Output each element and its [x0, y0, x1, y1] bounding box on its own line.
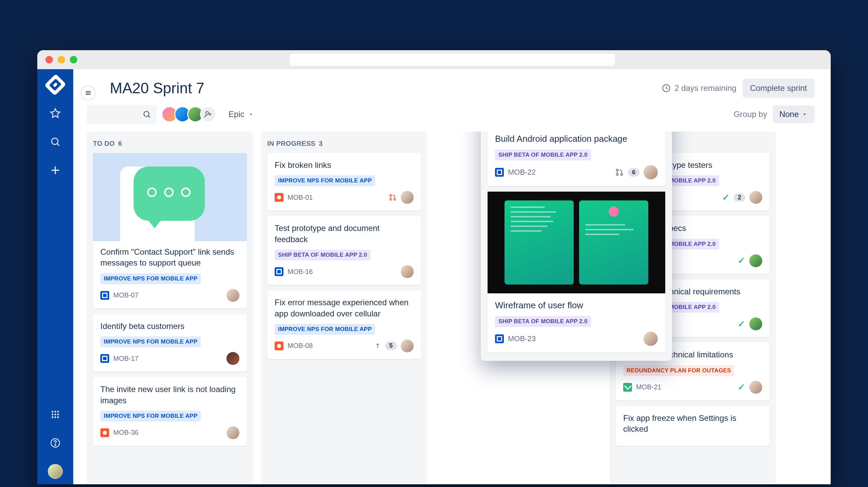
svg-point-25	[390, 195, 392, 196]
assignee-avatar[interactable]	[401, 191, 414, 204]
chevron-down-icon	[248, 111, 254, 117]
global-sidebar	[37, 69, 73, 484]
issue-card[interactable]: Test prototype and document feedback SHI…	[267, 216, 421, 285]
profile-avatar[interactable]	[48, 464, 63, 479]
mac-titlebar	[37, 50, 831, 69]
column-header: TO DO 6	[93, 140, 247, 148]
assignee-avatar[interactable]	[401, 265, 414, 278]
column-todo: TO DO 6 Confirm "Contact Support" link s…	[87, 132, 253, 484]
time-remaining: 2 days remaining	[662, 83, 736, 93]
kanban-board: TO DO 6 Confirm "Contact Support" link s…	[73, 132, 831, 484]
issue-card[interactable]: Fix broken links IMPROVE NPS FOR MOBILE …	[267, 153, 421, 211]
epic-tag[interactable]: SHIP BETA OF MOBILE APP 2.0	[495, 316, 591, 327]
pull-request-icon	[389, 193, 397, 201]
task-icon	[495, 168, 504, 177]
assignee-filter-avatars	[165, 106, 216, 122]
priority-icon	[374, 343, 381, 349]
svg-point-30	[616, 174, 618, 175]
window-controls	[45, 56, 77, 63]
assignee-avatar[interactable]	[749, 254, 762, 267]
issue-card[interactable]: Fix app freeze when Settings is clicked	[616, 406, 770, 446]
groupby-dropdown[interactable]: None	[773, 105, 814, 123]
task-icon	[100, 291, 109, 300]
issue-card[interactable]: Build Android application package SHIP B…	[488, 132, 665, 186]
task-icon	[275, 267, 283, 276]
svg-point-11	[52, 416, 53, 418]
done-check-icon: ✓	[738, 382, 745, 392]
issue-card[interactable]: Confirm "Contact Support" link sends mes…	[93, 153, 247, 309]
issue-card[interactable]: Identify beta customers IMPROVE NPS FOR …	[93, 314, 247, 372]
column-in-review: IN REVIEW 2 MAX: 5 Build Android applica…	[481, 132, 672, 361]
bug-icon	[275, 193, 283, 202]
card-cover-image	[93, 153, 247, 241]
star-icon[interactable]	[48, 106, 63, 121]
assignee-avatar[interactable]	[644, 165, 658, 179]
collapse-sidebar-button[interactable]	[81, 85, 96, 100]
done-check-icon: ✓	[722, 192, 730, 203]
epic-tag[interactable]: IMPROVE NPS FOR MOBILE APP	[100, 411, 201, 422]
notifications-icon[interactable]	[48, 378, 63, 393]
pull-request-icon	[615, 168, 624, 177]
help-icon[interactable]	[48, 435, 63, 450]
assignee-avatar[interactable]	[749, 317, 762, 330]
jira-logo-icon[interactable]	[48, 77, 63, 92]
app-switcher-icon[interactable]	[48, 407, 63, 422]
board-search-input[interactable]	[87, 105, 157, 123]
assignee-avatar[interactable]	[401, 339, 414, 352]
svg-point-29	[616, 169, 618, 171]
bug-icon	[100, 428, 109, 437]
assignee-avatar[interactable]	[749, 381, 762, 394]
done-check-icon: ✓	[738, 319, 745, 329]
create-icon[interactable]	[48, 163, 63, 178]
groupby-label: Group by	[734, 110, 767, 119]
assignee-avatar[interactable]	[644, 332, 658, 346]
svg-point-20	[144, 111, 149, 116]
complete-sprint-button[interactable]: Complete sprint	[743, 79, 814, 98]
add-people-button[interactable]	[200, 106, 216, 122]
column-header: IN PROGRESS 3	[267, 140, 421, 148]
app-window: MA20 Sprint 7 2 days remaining Complete …	[37, 50, 831, 484]
assignee-avatar[interactable]	[749, 191, 762, 204]
epic-tag[interactable]: IMPROVE NPS FOR MOBILE APP	[275, 324, 375, 335]
card-cover-image	[488, 192, 665, 293]
close-window-icon[interactable]	[45, 56, 53, 63]
clock-icon	[662, 83, 671, 93]
column-in-progress: IN PROGRESS 3 Fix broken links IMPROVE N…	[261, 132, 427, 484]
svg-point-22	[206, 112, 209, 114]
svg-point-31	[621, 174, 623, 175]
svg-point-9	[54, 413, 56, 415]
assignee-avatar[interactable]	[226, 426, 239, 439]
url-bar[interactable]	[290, 54, 615, 66]
done-check-icon: ✓	[738, 255, 745, 266]
issue-card[interactable]: The invite new user link is not loading …	[93, 377, 247, 446]
svg-point-6	[54, 411, 56, 412]
svg-point-13	[57, 416, 59, 418]
svg-line-2	[57, 143, 59, 146]
epic-tag[interactable]: REDUNDANCY PLAN FOR OUTAGES	[623, 365, 734, 376]
svg-marker-0	[51, 109, 60, 117]
search-icon	[142, 110, 151, 119]
task-icon	[100, 354, 109, 363]
epic-tag[interactable]: IMPROVE NPS FOR MOBILE APP	[100, 336, 201, 347]
story-icon	[623, 383, 632, 392]
search-icon[interactable]	[48, 134, 63, 149]
epic-filter-dropdown[interactable]: Epic	[229, 110, 254, 119]
assignee-avatar[interactable]	[226, 352, 239, 365]
maximize-window-icon[interactable]	[70, 56, 77, 63]
assignee-avatar[interactable]	[226, 289, 239, 302]
epic-tag[interactable]: IMPROVE NPS FOR MOBILE APP	[275, 175, 375, 186]
svg-point-8	[52, 413, 53, 415]
bug-icon	[275, 342, 283, 350]
epic-tag[interactable]: IMPROVE NPS FOR MOBILE APP	[100, 273, 201, 284]
svg-point-10	[57, 413, 59, 415]
svg-point-27	[394, 199, 396, 200]
minimize-window-icon[interactable]	[58, 56, 65, 63]
epic-tag[interactable]: SHIP BETA OF MOBILE APP 2.0	[275, 250, 371, 260]
epic-tag[interactable]: SHIP BETA OF MOBILE APP 2.0	[495, 150, 591, 160]
svg-point-5	[52, 411, 53, 412]
svg-line-21	[148, 116, 150, 117]
issue-card[interactable]: Wireframe of user flow SHIP BETA OF MOBI…	[488, 192, 665, 353]
svg-point-26	[390, 199, 392, 200]
issue-card[interactable]: Fix error message experienced when app d…	[267, 290, 421, 359]
svg-point-7	[57, 411, 59, 412]
